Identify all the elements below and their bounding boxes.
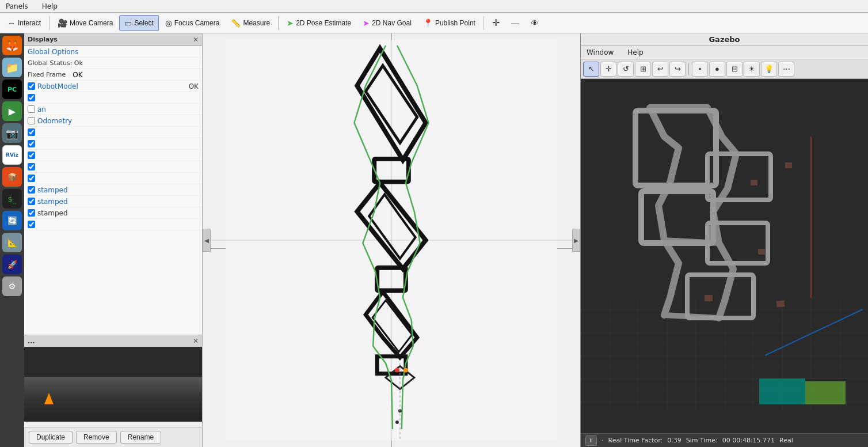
stamped-label-2[interactable]: stamped: [37, 198, 68, 206]
gz-pause-button[interactable]: ⏸: [585, 435, 597, 446]
nav-goal-button[interactable]: ➤ 2D Nav Goal: [357, 15, 417, 31]
focus-camera-button[interactable]: ◎ Focus Camera: [160, 15, 225, 31]
measure-icon: 📏: [231, 18, 241, 28]
gz-redo-button[interactable]: ↪: [669, 62, 686, 77]
gz-scale-button[interactable]: ⊞: [635, 62, 651, 77]
gz-sphere-button[interactable]: ●: [709, 62, 725, 77]
pause-icon: ⏸: [588, 437, 594, 444]
stamped-checkbox-1[interactable]: [28, 186, 35, 194]
select-button[interactable]: ▭ Select: [119, 15, 158, 31]
center-viewport: ◀ ▶: [203, 33, 580, 447]
item-checkbox-5[interactable]: [28, 151, 35, 159]
separator-3: [484, 16, 484, 30]
firefox-icon[interactable]: 🦊: [2, 36, 22, 55]
item-checkbox-2[interactable]: [28, 105, 35, 113]
eye-button[interactable]: 👁: [526, 15, 544, 31]
stamped-label-1[interactable]: stamped: [37, 186, 68, 194]
ruler-icon[interactable]: 📐: [2, 233, 22, 252]
item-checkbox-4[interactable]: [28, 140, 35, 147]
real-time-factor-value: 0.39: [667, 437, 682, 444]
list-item[interactable]: Odometry: [24, 115, 202, 127]
odometry-label[interactable]: Odometry: [37, 117, 72, 125]
item-checkbox-8[interactable]: [28, 221, 35, 228]
list-item[interactable]: an: [24, 104, 202, 115]
global-options-label[interactable]: Global Options: [28, 48, 78, 56]
list-item[interactable]: [24, 161, 202, 173]
svg-rect-41: [805, 381, 846, 404]
stamped-label-3[interactable]: stamped: [37, 209, 68, 217]
global-options-item[interactable]: Global Options: [24, 46, 202, 58]
gazebo-viewport[interactable]: [581, 79, 868, 433]
list-item[interactable]: stamped: [24, 184, 202, 196]
gz-sun-button[interactable]: ☀: [744, 62, 760, 77]
gz-box-button[interactable]: ▪: [692, 62, 708, 77]
svg-rect-46: [776, 300, 785, 307]
menu-help[interactable]: Help: [39, 1, 61, 12]
sim-time-value: 00 00:48:15.771: [722, 437, 775, 444]
move-camera-label: Move Camera: [70, 19, 113, 27]
separator-2: [278, 16, 279, 30]
camera-app-icon[interactable]: 📷: [2, 123, 22, 143]
gz-rotate-button[interactable]: ↺: [618, 62, 634, 77]
orange-icon[interactable]: 📦: [2, 167, 22, 187]
list-item[interactable]: RobotModel OK: [24, 81, 202, 92]
list-item[interactable]: [24, 219, 202, 230]
map-area: [203, 33, 580, 447]
gz-spotlight-button[interactable]: 💡: [761, 62, 777, 77]
list-item[interactable]: [24, 150, 202, 161]
publish-point-button[interactable]: 📍 Publish Point: [418, 15, 481, 31]
gz-status-bar: ⏸ · Real Time Factor: 0.39 Sim Time: 00 …: [581, 433, 868, 447]
panel-close-button[interactable]: ✕: [193, 36, 199, 43]
gz-undo-button[interactable]: ↩: [652, 62, 668, 77]
item-checkbox-3[interactable]: [28, 128, 35, 136]
collapse-left-button[interactable]: ◀: [203, 229, 211, 252]
pose-estimate-button[interactable]: ➤ 2D Pose Estimate: [281, 15, 356, 31]
add-crosshair-button[interactable]: ✛: [487, 15, 505, 31]
rviz-icon[interactable]: RViz: [2, 145, 22, 165]
move-camera-button[interactable]: 🎥 Move Camera: [52, 15, 118, 31]
green-app-icon[interactable]: ▶: [2, 101, 22, 121]
gazebo-menu-help[interactable]: Help: [624, 47, 646, 58]
menu-panels[interactable]: Panels: [2, 1, 32, 12]
gz-cursor-button[interactable]: ↖: [583, 62, 599, 77]
list-item[interactable]: [24, 92, 202, 104]
pycharm-icon[interactable]: PC: [2, 79, 22, 99]
list-item[interactable]: [24, 127, 202, 138]
rocket-icon[interactable]: 🚀: [2, 255, 22, 274]
odometry-checkbox[interactable]: [28, 117, 35, 124]
item-checkbox-7[interactable]: [28, 175, 35, 182]
measure-button[interactable]: 📏 Measure: [226, 15, 275, 31]
list-item[interactable]: stamped: [24, 196, 202, 207]
viewport-canvas[interactable]: ◀ ▶: [203, 33, 580, 447]
minus-button[interactable]: —: [506, 15, 524, 31]
list-item[interactable]: stamped: [24, 207, 202, 219]
svg-rect-43: [785, 162, 792, 168]
interact-button[interactable]: ↔ Interact: [2, 15, 46, 31]
item-checkbox-6[interactable]: [28, 163, 35, 171]
collapse-right-button[interactable]: ▶: [572, 229, 580, 252]
gz-move-button[interactable]: ✛: [600, 62, 616, 77]
robotmodel-checkbox[interactable]: [28, 82, 35, 90]
rename-button[interactable]: Rename: [120, 431, 161, 444]
measure-label: Measure: [243, 19, 270, 27]
gray-icon[interactable]: ⚙: [2, 276, 22, 296]
an-label[interactable]: an: [37, 105, 46, 113]
stamped-checkbox-2[interactable]: [28, 198, 35, 205]
sync-icon[interactable]: 🔄: [2, 211, 22, 230]
files-icon[interactable]: 📁: [2, 58, 22, 77]
list-item[interactable]: [24, 138, 202, 150]
stamped-checkbox-3[interactable]: [28, 209, 35, 217]
gazebo-menu-window[interactable]: Window: [583, 47, 617, 58]
remove-button[interactable]: Remove: [76, 431, 117, 444]
robotmodel-label[interactable]: RobotModel: [37, 82, 78, 90]
list-item[interactable]: [24, 173, 202, 184]
item-checkbox-1[interactable]: [28, 94, 35, 101]
duplicate-button[interactable]: Duplicate: [29, 431, 73, 444]
gz-cylinder-button[interactable]: ⊟: [726, 62, 743, 77]
select-icon: ▭: [124, 18, 132, 28]
terminal-icon[interactable]: $_: [2, 189, 22, 209]
camera-panel-header: ... ✕: [24, 335, 202, 347]
menu-bar: Panels Help: [0, 0, 868, 13]
camera-panel-close-button[interactable]: ✕: [193, 338, 199, 344]
gz-more-button[interactable]: ⋯: [778, 62, 794, 77]
